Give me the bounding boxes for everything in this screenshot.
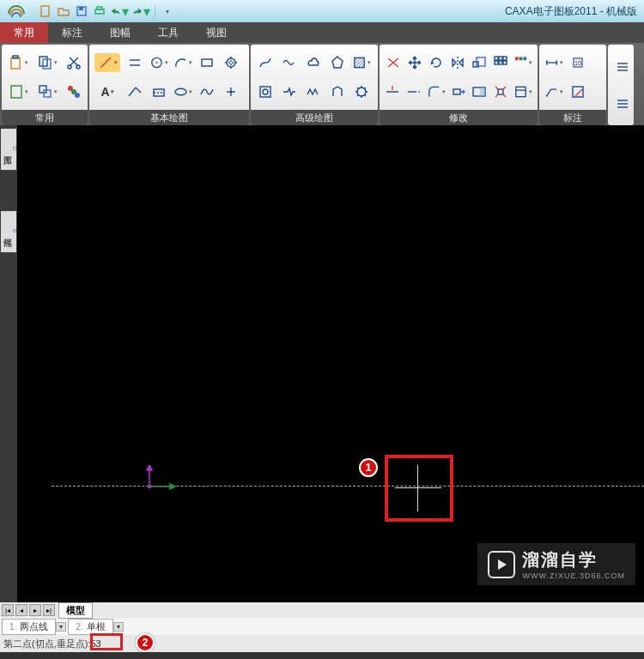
model-tab[interactable]: 模型 xyxy=(58,602,93,619)
extend-tool[interactable] xyxy=(405,82,421,101)
panel-label-biaozhu: 标注 xyxy=(539,110,606,125)
svg-rect-5 xyxy=(11,57,20,69)
qat-open-icon[interactable] xyxy=(56,3,71,19)
erase-tool[interactable] xyxy=(385,53,401,72)
tab-nav-prev[interactable]: ◂ xyxy=(15,604,27,616)
qat-redo-icon[interactable]: ▾ xyxy=(131,3,150,19)
tab-nav-first[interactable]: |◂ xyxy=(2,604,14,616)
svg-rect-45 xyxy=(503,61,507,64)
command-prompt: 第二点(切点,垂足点) xyxy=(3,638,88,650)
svg-rect-11 xyxy=(11,86,21,98)
svg-rect-57 xyxy=(516,87,526,96)
option-single[interactable]: 2. 单根 xyxy=(68,619,112,635)
parallel-line-tool[interactable] xyxy=(125,53,144,72)
rect-tool[interactable] xyxy=(197,53,216,72)
qat-print-icon[interactable] xyxy=(92,3,107,19)
svg-rect-46 xyxy=(515,57,519,60)
centerline-tool[interactable] xyxy=(222,53,240,72)
side-tab-properties[interactable]: 属性 xyxy=(1,211,16,252)
svg-marker-78 xyxy=(170,484,175,489)
qat-save-icon[interactable] xyxy=(74,3,89,19)
tab-nav-next[interactable]: ▸ xyxy=(29,604,41,616)
format-painter-button[interactable] xyxy=(65,82,82,101)
stretch-tool[interactable] xyxy=(451,82,466,101)
mirror-tool[interactable] xyxy=(449,53,465,72)
explode-tool[interactable] xyxy=(493,82,508,101)
offset-tool[interactable]: ▾ xyxy=(513,53,532,72)
point-tool[interactable] xyxy=(222,82,240,101)
tab-biaozhu[interactable]: 标注 xyxy=(48,22,96,43)
break-tool[interactable] xyxy=(471,82,487,101)
app-logo[interactable] xyxy=(0,0,33,22)
svg-point-9 xyxy=(68,65,71,69)
drawing-canvas[interactable]: 图库 属性 1 溜溜自学 WWW.ZIXUE.3D66.COM xyxy=(0,125,644,602)
tangent-arc-tool[interactable] xyxy=(149,82,168,101)
cloud-tool[interactable] xyxy=(304,53,323,72)
svg-rect-72 xyxy=(14,148,16,150)
window-title: CAXA电子图板2011 - 机械版 xyxy=(505,4,641,19)
svg-rect-42 xyxy=(503,57,507,60)
clipboard-button[interactable]: ▾ xyxy=(7,82,31,101)
spline-tool[interactable] xyxy=(197,82,216,101)
scale-tool[interactable] xyxy=(471,53,487,72)
select-button[interactable]: ▾ xyxy=(36,82,60,101)
svg-marker-33 xyxy=(332,57,343,68)
dim-linear-tool[interactable]: ▾ xyxy=(544,53,563,72)
polygon-tool[interactable] xyxy=(328,53,347,72)
dim-leader-tool[interactable]: ▾ xyxy=(544,82,563,101)
qat-customize-icon[interactable]: ▾ xyxy=(160,3,175,19)
arc-tool[interactable]: ▾ xyxy=(173,53,192,72)
fillet-tool[interactable]: ▾ xyxy=(427,82,446,101)
cut-button[interactable] xyxy=(65,53,82,72)
panel-label-gaojihuitu: 高级绘图 xyxy=(251,110,378,125)
panel-label-changyong: 常用 xyxy=(2,110,88,125)
svg-rect-73 xyxy=(14,230,16,233)
circle-tool[interactable]: ▾ xyxy=(149,53,168,72)
text-tool[interactable]: A▾ xyxy=(94,82,120,101)
option-1-dropdown[interactable]: ▾ xyxy=(56,622,66,632)
qat-undo-icon[interactable]: ▾ xyxy=(110,3,129,19)
tab-changyong[interactable]: 常用 xyxy=(0,22,48,43)
array-tool[interactable] xyxy=(492,53,508,72)
option-two-point-line[interactable]: 1. 两点线 xyxy=(2,619,56,635)
spline2-tool[interactable] xyxy=(256,53,275,72)
tab-shitu[interactable]: 视图 xyxy=(192,22,240,43)
svg-marker-80 xyxy=(498,559,507,570)
overflow-top[interactable] xyxy=(613,57,632,76)
gear-tool[interactable] xyxy=(352,82,371,101)
dim-coord-tool[interactable]: 10 xyxy=(568,53,587,72)
overflow-bottom[interactable] xyxy=(613,94,632,113)
panel-label-jibenhuitu: 基本绘图 xyxy=(89,110,249,125)
tab-tufu[interactable]: 图幅 xyxy=(96,22,144,43)
line-tool[interactable]: ▾ xyxy=(94,53,120,72)
dim-edit-tool[interactable] xyxy=(568,82,587,101)
svg-rect-13 xyxy=(44,90,51,97)
side-tab-library[interactable]: 图库 xyxy=(1,129,16,170)
move-tool[interactable] xyxy=(406,53,422,72)
break-line-tool[interactable] xyxy=(280,82,299,101)
svg-rect-43 xyxy=(495,61,498,64)
wave-tool[interactable] xyxy=(280,53,299,72)
hole-tool[interactable] xyxy=(328,82,347,101)
rotate-tool[interactable] xyxy=(428,53,444,72)
annotation-highlight-2 xyxy=(90,633,123,650)
properties-tool[interactable]: ▾ xyxy=(513,82,532,101)
svg-point-64 xyxy=(546,95,548,97)
copy-button[interactable]: ▾ xyxy=(36,53,60,72)
svg-point-10 xyxy=(76,65,80,69)
block-tool[interactable] xyxy=(256,82,275,101)
svg-rect-56 xyxy=(498,89,503,94)
svg-rect-12 xyxy=(39,86,46,93)
trim-tool[interactable] xyxy=(385,82,400,101)
ellipse-tool[interactable]: ▾ xyxy=(173,82,192,101)
hatch-tool[interactable]: ▾ xyxy=(352,53,371,72)
zigzag-tool[interactable] xyxy=(304,82,323,101)
tab-gongju[interactable]: 工具 xyxy=(144,22,192,43)
polyline-tool[interactable] xyxy=(125,82,144,101)
option-2-dropdown[interactable]: ▾ xyxy=(113,622,124,632)
qat-new-icon[interactable] xyxy=(38,3,53,19)
tab-nav-last[interactable]: ▸| xyxy=(43,604,55,616)
paste-button[interactable]: ▾ xyxy=(7,53,31,72)
svg-point-16 xyxy=(75,93,80,98)
annotation-badge-1: 1 xyxy=(359,458,378,477)
